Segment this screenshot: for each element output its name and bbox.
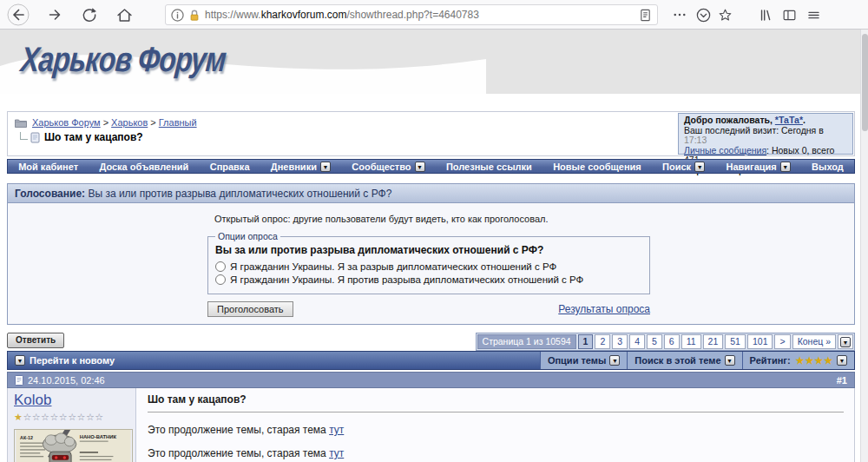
page-link[interactable]: 4: [629, 334, 645, 349]
reload-icon[interactable]: [78, 3, 101, 26]
url-bar[interactable]: https://www.kharkovforum.com/showthread.…: [165, 4, 658, 25]
reply-button[interactable]: Ответить: [7, 333, 64, 348]
nav-community[interactable]: Сообщество: [352, 162, 424, 172]
page-navigation: Страница 1 из 10594 1 2 3 4 5 6 11 21 51…: [476, 333, 855, 351]
poll-question: Вы за или против разрыва дипломатических…: [215, 244, 642, 256]
page-jump-icon[interactable]: [840, 337, 851, 347]
back-icon[interactable]: [7, 3, 30, 26]
poll-option-1[interactable]: Я гражданин Украины. Я за разрыв диплома…: [215, 261, 642, 272]
post-content: Шо там у кацапов? Это продолжение темы, …: [137, 388, 854, 462]
dropdown-icon[interactable]: [837, 355, 847, 366]
author-link[interactable]: Kolob: [14, 392, 51, 408]
pm-link[interactable]: Личные сообщения: [684, 145, 766, 155]
thread-title: Шо там у кацапов?: [44, 131, 143, 143]
more-tools-icon[interactable]: [668, 3, 691, 26]
insecure-lock-icon[interactable]: [188, 9, 201, 22]
poll-radio-1[interactable]: [215, 261, 226, 272]
pager-row: Ответить Страница 1 из 10594 1 2 3 4 5 6…: [7, 333, 855, 349]
poll-header-label: Голосование:: [15, 188, 85, 200]
user-avatar[interactable]: АК-12 НАНО-ВАТНИК: [14, 429, 133, 462]
breadcrumb-link-section[interactable]: Главный: [159, 117, 197, 128]
poll-header: Голосование: Вы за или против разрыва ди…: [8, 184, 854, 203]
page-info-icon[interactable]: [171, 9, 184, 22]
nav-search[interactable]: Поиск: [662, 162, 705, 172]
poll-box: Голосование: Вы за или против разрыва ди…: [7, 183, 855, 325]
post-page-icon: [15, 375, 23, 386]
post-title: Шо там у кацапов?: [148, 393, 844, 412]
page-jump-cell[interactable]: [838, 334, 853, 349]
search-thread-button[interactable]: Поиск в этой теме: [627, 352, 741, 369]
post-line: Это продолжение темы, старая тема тут: [148, 424, 844, 436]
page-last[interactable]: Конец »: [792, 334, 836, 349]
scrollbar-thumb[interactable]: [862, 34, 868, 131]
menu-icon[interactable]: [802, 3, 825, 26]
page-link[interactable]: 51: [725, 334, 746, 349]
page-link[interactable]: 21: [703, 334, 724, 349]
nav-logout[interactable]: Выход: [812, 162, 844, 172]
thread-title-line: Шо там у кацапов?: [20, 131, 143, 143]
svg-text:АК-12: АК-12: [20, 435, 33, 440]
tree-connector: [20, 132, 28, 140]
vertical-scrollbar[interactable]: [860, 30, 868, 462]
page-link[interactable]: 11: [681, 334, 701, 349]
thread-link[interactable]: тут: [329, 424, 344, 436]
site-header: Харьков Форум: [0, 30, 868, 94]
reputation-stars: ★☆☆☆☆☆☆☆☆☆: [14, 412, 135, 423]
reader-mode-icon[interactable]: [639, 9, 652, 22]
page-next[interactable]: >: [774, 334, 790, 349]
main-navbar: Мой кабинет Доска объявлений Справка Дне…: [7, 159, 855, 174]
post-date: 24.10.2015, 02:46: [28, 375, 105, 386]
nav-useful-links[interactable]: Полезные ссылки: [446, 162, 532, 172]
url-path: /showthread.php?t=4640783: [346, 9, 478, 21]
thread-options-button[interactable]: Опции темы: [540, 352, 627, 369]
breadcrumb-link-city[interactable]: Харьков: [111, 117, 148, 128]
thread-link[interactable]: тут: [329, 447, 344, 459]
nav-navigation[interactable]: Навигация: [726, 162, 790, 172]
dropdown-icon[interactable]: [415, 162, 425, 172]
poll-results-link[interactable]: Результаты опроса: [558, 303, 650, 315]
nav-new-messages[interactable]: Новые сообщения: [553, 162, 641, 172]
sidebar-icon[interactable]: [778, 3, 800, 26]
nav-blogs[interactable]: Дневники: [271, 162, 331, 172]
page-link[interactable]: 5: [647, 334, 662, 349]
vote-button[interactable]: Проголосовать: [207, 301, 293, 317]
username-link[interactable]: *ТаТа*: [775, 115, 803, 125]
poll-radio-2[interactable]: [215, 274, 226, 285]
goto-new-button[interactable]: Перейти к новому: [8, 352, 540, 369]
page-link[interactable]: 3: [612, 334, 628, 349]
post-date-bar: 24.10.2015, 02:46 #1: [7, 372, 855, 388]
pocket-icon[interactable]: [692, 3, 714, 26]
page-link[interactable]: 6: [664, 334, 680, 349]
breadcrumb-link-forum[interactable]: Харьков Форум: [32, 117, 101, 128]
thread-page-icon: [30, 132, 41, 143]
home-icon[interactable]: [113, 3, 135, 26]
svg-text:НАНО-ВАТНИК: НАНО-ВАТНИК: [80, 434, 117, 439]
nav-my-cabinet[interactable]: Мой кабинет: [18, 162, 78, 172]
nav-help[interactable]: Справка: [210, 162, 250, 172]
poll-options-legend: Опции опроса: [215, 231, 280, 241]
page-info: Страница 1 из 10594: [477, 334, 576, 349]
welcome-box: Добро пожаловать, *ТаТа*. Ваш последний …: [678, 113, 853, 155]
page-link[interactable]: 101: [747, 334, 773, 349]
breadcrumb-strip: Харьков Форум > Харьков > Главный Шо там…: [7, 111, 855, 156]
bookmark-star-icon[interactable]: [713, 3, 736, 26]
dropdown-icon[interactable]: [725, 355, 735, 366]
url-text[interactable]: https://www.kharkovforum.com/showthread.…: [205, 9, 635, 21]
site-logo[interactable]: Харьков Форум: [19, 40, 227, 79]
library-icon[interactable]: [753, 3, 776, 26]
goto-new-icon: [15, 355, 25, 366]
poll-options-fieldset: Опции опроса Вы за или против разрыва ди…: [207, 231, 650, 294]
dropdown-icon[interactable]: [780, 162, 791, 172]
nav-classifieds[interactable]: Доска объявлений: [99, 162, 188, 172]
rating-control[interactable]: Рейтинг:★★★★: [742, 352, 854, 369]
poll-option-2[interactable]: Я гражданин Украины. Я против разрыва ди…: [215, 274, 642, 285]
dropdown-icon[interactable]: [694, 162, 705, 172]
breadcrumb-separator: >: [150, 117, 155, 128]
dropdown-icon[interactable]: [609, 355, 620, 366]
forward-icon[interactable]: [43, 3, 66, 26]
breadcrumb-separator: >: [103, 117, 108, 128]
dropdown-icon[interactable]: [320, 162, 331, 172]
post-number[interactable]: #1: [837, 375, 847, 386]
page-link[interactable]: 2: [595, 334, 610, 349]
post-author-cell: Kolob ★☆☆☆☆☆☆☆☆☆ АК-12 НАНО-ВАТНИК: [8, 388, 136, 462]
